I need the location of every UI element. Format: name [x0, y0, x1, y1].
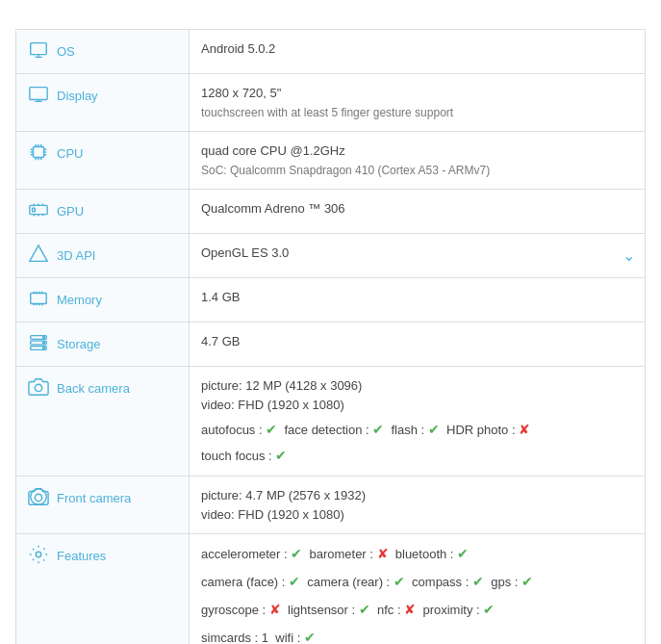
back-camera-value: picture: 12 MP (4128 x 3096) video: FHD … [190, 367, 646, 477]
front-camera-value: picture: 4.7 MP (2576 x 1932) video: FHD… [190, 477, 646, 534]
os-main-value: Android 5.0.2 [201, 41, 275, 56]
row-cpu: CPU quad core CPU @1.2GHzSoC: Qualcomm S… [16, 132, 646, 190]
dropdown-icon[interactable]: ⌄ [623, 245, 635, 268]
storage-label: Storage [57, 337, 101, 351]
memory-label: Memory [57, 293, 102, 307]
svg-point-11 [43, 342, 45, 344]
feature-proximity: proximity : ✔ [422, 603, 501, 617]
gpu-value: Qualcomm Adreno ™ 306 [190, 190, 646, 234]
cpu-label: CPU [57, 146, 83, 161]
display-main-value: 1280 x 720, 5" [201, 86, 281, 100]
svg-point-15 [35, 494, 41, 501]
svg-rect-2 [34, 147, 44, 158]
feature-HDR-photo: HDR photo : ✘ [446, 423, 537, 437]
features-row-0: accelerometer : ✔ barometer : ✘ bluetoot… [201, 544, 633, 564]
feature-bluetooth: bluetooth : ✔ [395, 547, 476, 561]
svg-rect-4 [33, 208, 36, 212]
display-value: 1280 x 720, 5"touchscreen with at least … [190, 74, 646, 132]
feature-touch-focus: touch focus : ✔ [201, 449, 294, 463]
row-storage: Storage 4.7 GB [16, 322, 646, 367]
api3d-label: 3D API [57, 248, 95, 263]
api3d-value[interactable]: OpenGL ES 3.0⌄ [190, 234, 646, 278]
features-row-1: camera (face) : ✔ camera (rear) : ✔ comp… [201, 572, 633, 592]
storage-icon [28, 332, 49, 356]
svg-point-10 [43, 337, 45, 339]
feature-barometer: barometer : ✘ [309, 547, 394, 561]
memory-icon [28, 288, 49, 312]
row-memory: Memory 1.4 GB [16, 278, 646, 322]
feature-accelerometer: accelerometer : ✔ [201, 547, 309, 561]
svg-point-16 [36, 552, 41, 557]
svg-point-12 [43, 348, 45, 349]
storage-main-value: 4.7 GB [201, 334, 240, 348]
back-camera-line2: video: FHD (1920 x 1080) [201, 396, 633, 415]
feature-gyroscope: gyroscope : ✘ [201, 603, 288, 617]
memory-main-value: 1.4 GB [201, 290, 240, 304]
display-label: Display [57, 89, 98, 103]
feature-gps: gps : ✔ [491, 575, 540, 589]
svg-rect-0 [31, 43, 47, 55]
front-camera-line2: video: FHD (1920 x 1080) [201, 505, 633, 525]
features-value: accelerometer : ✔ barometer : ✘ bluetoot… [190, 534, 646, 645]
api3d-icon [28, 244, 49, 268]
back-camera-label: Back camera [57, 381, 130, 396]
feature-compass: compass : ✔ [412, 575, 491, 589]
gpu-label: GPU [57, 204, 84, 219]
svg-rect-6 [31, 294, 47, 304]
os-value: Android 5.0.2 [190, 30, 646, 74]
row-os: OS Android 5.0.2 [16, 30, 646, 74]
feature-simcards: simcards : 1 [201, 631, 275, 644]
row-gpu: GPU Qualcomm Adreno ™ 306 [16, 190, 646, 234]
display-sub-value: touchscreen with at least 5 finger gestu… [201, 106, 453, 119]
memory-value: 1.4 GB [190, 278, 646, 322]
cpu-icon [28, 142, 49, 166]
feature-nfc: nfc : ✘ [377, 603, 422, 617]
row-features: Features accelerometer : ✔ barometer : ✘… [16, 534, 646, 645]
back-camera-icon [28, 376, 49, 400]
back-camera-main: picture: 12 MP (4128 x 3096) [201, 376, 633, 396]
features-icon [28, 544, 49, 568]
feature-face-detection: face detection : ✔ [284, 423, 391, 437]
cpu-sub-value: SoC: Qualcomm Snapdragon 410 (Cortex A53… [201, 164, 490, 177]
api3d-main-value: OpenGL ES 3.0 [201, 245, 289, 260]
row-api3d: 3D API OpenGL ES 3.0⌄ [16, 234, 646, 278]
back-camera-features2: touch focus : ✔ [201, 446, 633, 466]
front-camera-label: Front camera [57, 491, 131, 505]
feature-camera--rear-: camera (rear) : ✔ [307, 575, 412, 589]
os-label: OS [57, 44, 75, 59]
cpu-value: quad core CPU @1.2GHzSoC: Qualcomm Snapd… [190, 132, 646, 190]
svg-rect-1 [30, 88, 47, 100]
back-camera-features: autofocus : ✔ face detection : ✔ flash :… [201, 420, 633, 440]
os-icon [28, 39, 49, 64]
features-label: Features [57, 549, 106, 563]
svg-point-13 [35, 384, 41, 391]
features-row-3: simcards : 1 wifi : ✔ [201, 628, 633, 644]
feature-autofocus: autofocus : ✔ [201, 423, 284, 437]
svg-marker-5 [30, 245, 47, 262]
display-icon [28, 84, 49, 108]
gpu-icon [28, 199, 49, 223]
specs-table: OS Android 5.0.2 Display 1280 x 720, 5"t… [15, 29, 646, 644]
gpu-main-value: Qualcomm Adreno ™ 306 [201, 201, 345, 216]
row-back-camera: Back camera picture: 12 MP (4128 x 3096)… [16, 367, 646, 477]
feature-lightsensor: lightsensor : ✔ [288, 603, 377, 617]
row-front-camera: Front camera picture: 4.7 MP (2576 x 193… [16, 477, 646, 534]
front-camera-icon [28, 486, 49, 510]
cpu-main-value: quad core CPU @1.2GHz [201, 143, 345, 158]
feature-camera--face-: camera (face) : ✔ [201, 575, 307, 589]
front-camera-main: picture: 4.7 MP (2576 x 1932) [201, 486, 633, 505]
features-row-2: gyroscope : ✘ lightsensor : ✔ nfc : ✘ pr… [201, 600, 633, 620]
feature-flash: flash : ✔ [391, 423, 446, 437]
feature-wifi: wifi : ✔ [275, 631, 322, 644]
storage-value: 4.7 GB [190, 322, 646, 367]
row-display: Display 1280 x 720, 5"touchscreen with a… [16, 74, 646, 132]
